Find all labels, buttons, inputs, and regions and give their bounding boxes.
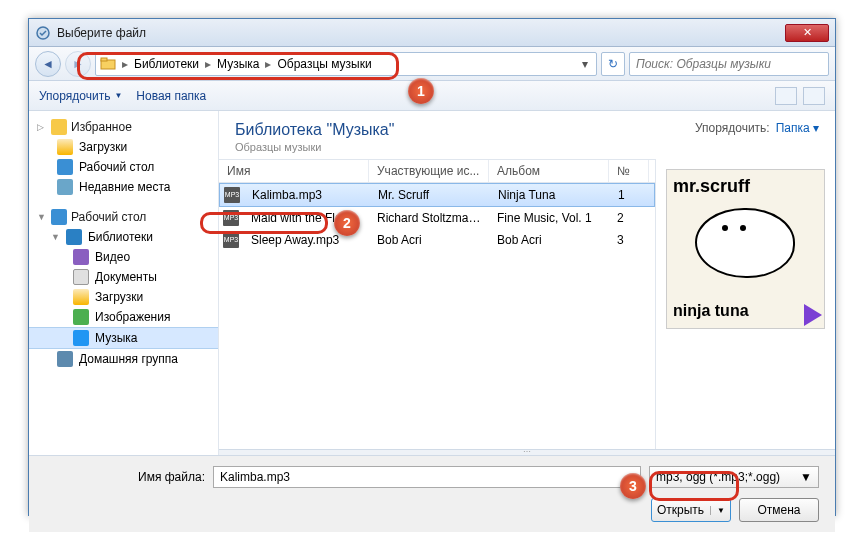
cancel-button[interactable]: Отмена bbox=[739, 498, 819, 522]
nav-bar: ◄ ► ▸ Библиотеки ▸ Музыка ▸ Образцы музы… bbox=[29, 47, 835, 81]
sidebar-item-libraries[interactable]: ▼Библиотеки bbox=[29, 227, 218, 247]
mp3-icon: MP3 bbox=[224, 187, 240, 203]
callout-3: 3 bbox=[620, 473, 646, 499]
sidebar-desktop-header[interactable]: ▼Рабочий стол bbox=[29, 207, 218, 227]
desktop-icon bbox=[51, 209, 67, 225]
recent-icon bbox=[57, 179, 73, 195]
app-icon bbox=[35, 25, 51, 41]
music-icon bbox=[73, 330, 89, 346]
view-options-button[interactable] bbox=[775, 87, 797, 105]
folder-icon bbox=[73, 289, 89, 305]
chevron-right-icon[interactable]: ▸ bbox=[203, 57, 213, 71]
album-art: mr.scruff ninja tuna bbox=[666, 169, 825, 329]
sidebar-item-homegroup[interactable]: Домашняя группа bbox=[29, 349, 218, 369]
arrange-by-dropdown[interactable]: Папка ▾ bbox=[776, 121, 819, 135]
folder-icon bbox=[57, 139, 73, 155]
mp3-icon: MP3 bbox=[223, 232, 239, 248]
document-icon bbox=[73, 269, 89, 285]
address-dropdown[interactable]: ▾ bbox=[578, 57, 592, 71]
open-button[interactable]: Открыть▼ bbox=[651, 498, 731, 522]
chevron-right-icon[interactable]: ▸ bbox=[120, 57, 130, 71]
chevron-right-icon[interactable]: ▸ bbox=[263, 57, 273, 71]
column-number[interactable]: № bbox=[609, 160, 649, 182]
filetype-combobox[interactable]: mp3, ogg (*.mp3;*.ogg) ▼ bbox=[649, 466, 819, 488]
sidebar-favorites-header[interactable]: ▷Избранное bbox=[29, 117, 218, 137]
window-title: Выберите файл bbox=[57, 26, 785, 40]
library-title: Библиотека "Музыка" bbox=[235, 121, 394, 139]
breadcrumb-samples[interactable]: Образцы музыки bbox=[273, 53, 375, 75]
footer: Имя файла: Kalimba.mp3 ▼ mp3, ogg (*.mp3… bbox=[29, 455, 835, 532]
breadcrumb-root[interactable]: Библиотеки bbox=[130, 53, 203, 75]
file-row[interactable]: MP3 Kalimba.mp3 Mr. Scruff Ninja Tuna 1 bbox=[219, 183, 655, 207]
sidebar-item-images[interactable]: Изображения bbox=[29, 307, 218, 327]
main-pane: Библиотека "Музыка" Образцы музыки Упоря… bbox=[219, 111, 835, 455]
sidebar-item-downloads2[interactable]: Загрузки bbox=[29, 287, 218, 307]
refresh-button[interactable]: ↻ bbox=[601, 52, 625, 76]
file-row[interactable]: MP3 Maid with the Flax... Richard Stoltz… bbox=[219, 207, 655, 229]
filename-label: Имя файла: bbox=[45, 470, 205, 484]
search-input[interactable] bbox=[636, 57, 822, 71]
library-icon bbox=[66, 229, 82, 245]
column-artist[interactable]: Участвующие ис... bbox=[369, 160, 489, 182]
desktop-icon bbox=[57, 159, 73, 175]
splitter-handle[interactable]: ⋯ bbox=[219, 449, 835, 455]
sidebar-item-desktop[interactable]: Рабочий стол bbox=[29, 157, 218, 177]
new-folder-button[interactable]: Новая папка bbox=[136, 89, 206, 103]
preview-artist: mr.scruff bbox=[673, 176, 750, 197]
sidebar-item-documents[interactable]: Документы bbox=[29, 267, 218, 287]
star-icon bbox=[51, 119, 67, 135]
titlebar[interactable]: Выберите файл ✕ bbox=[29, 19, 835, 47]
mp3-icon: MP3 bbox=[223, 210, 239, 226]
file-list[interactable]: Имя Участвующие ис... Альбом № MP3 Kalim… bbox=[219, 159, 655, 449]
close-button[interactable]: ✕ bbox=[785, 24, 829, 42]
sidebar-item-music[interactable]: Музыка bbox=[29, 327, 218, 349]
search-box[interactable] bbox=[629, 52, 829, 76]
image-icon bbox=[73, 309, 89, 325]
sidebar-item-recent[interactable]: Недавние места bbox=[29, 177, 218, 197]
column-name[interactable]: Имя bbox=[219, 160, 369, 182]
sidebar-item-downloads[interactable]: Загрузки bbox=[29, 137, 218, 157]
column-headers[interactable]: Имя Участвующие ис... Альбом № bbox=[219, 159, 655, 183]
file-row[interactable]: MP3 Sleep Away.mp3 Bob Acri Bob Acri 3 bbox=[219, 229, 655, 251]
breadcrumb-music[interactable]: Музыка bbox=[213, 53, 263, 75]
organize-button[interactable]: Упорядочить▼ bbox=[39, 89, 122, 103]
filename-combobox[interactable]: Kalimba.mp3 ▼ bbox=[213, 466, 641, 488]
video-icon bbox=[73, 249, 89, 265]
preview-pane: mr.scruff ninja tuna bbox=[655, 159, 835, 449]
callout-2: 2 bbox=[334, 210, 360, 236]
callout-1: 1 bbox=[408, 78, 434, 104]
forward-button[interactable]: ► bbox=[65, 51, 91, 77]
sidebar: ▷Избранное Загрузки Рабочий стол Недавни… bbox=[29, 111, 219, 455]
address-bar[interactable]: ▸ Библиотеки ▸ Музыка ▸ Образцы музыки ▾ bbox=[95, 52, 597, 76]
svg-rect-2 bbox=[101, 58, 107, 61]
chevron-down-icon[interactable]: ▼ bbox=[800, 470, 812, 484]
library-subtitle: Образцы музыки bbox=[235, 141, 394, 153]
arrange-label: Упорядочить: bbox=[695, 121, 770, 135]
help-button[interactable] bbox=[803, 87, 825, 105]
homegroup-icon bbox=[57, 351, 73, 367]
column-album[interactable]: Альбом bbox=[489, 160, 609, 182]
preview-album: ninja tuna bbox=[673, 302, 749, 320]
play-icon[interactable] bbox=[804, 304, 822, 326]
filename-value: Kalimba.mp3 bbox=[220, 470, 290, 484]
back-button[interactable]: ◄ bbox=[35, 51, 61, 77]
folder-icon bbox=[100, 56, 116, 72]
sidebar-item-video[interactable]: Видео bbox=[29, 247, 218, 267]
